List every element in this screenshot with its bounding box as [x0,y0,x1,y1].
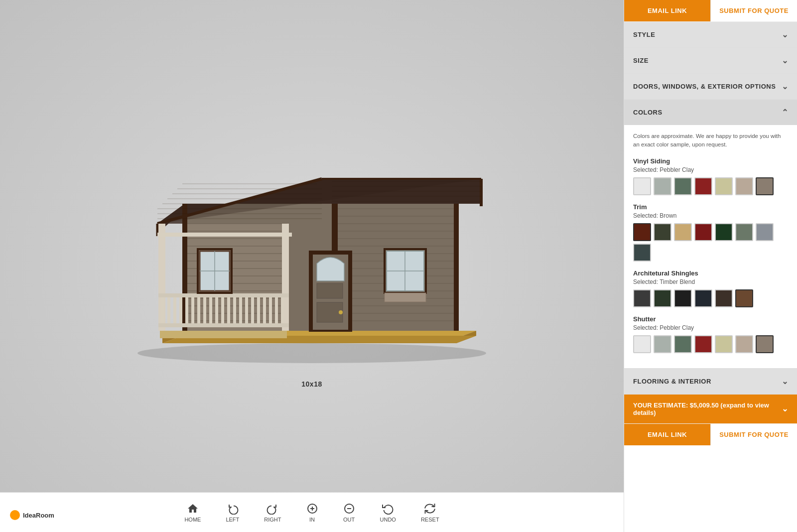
zoom-out-icon [343,503,355,515]
size-section: SIZE ⌄ [624,48,797,74]
colors-chevron: ⌃ [782,108,789,117]
style-chevron: ⌄ [782,30,789,39]
vinyl-swatch-gray[interactable] [654,177,671,195]
trim-swatch-dark-green[interactable] [654,223,671,241]
zoom-out-button[interactable]: OUT [343,503,355,523]
svg-rect-69 [245,297,248,323]
bottom-toolbar: HOME LEFT RIGHT IN OUT UNDO RESE [0,492,624,532]
colors-label: COLORS [633,109,663,116]
svg-rect-71 [257,297,260,323]
shutter-swatch-red[interactable] [694,335,712,353]
shingles-title: Architetural Shingles [633,269,788,277]
style-label: STYLE [633,31,655,38]
shutter-swatch-white[interactable] [633,335,651,353]
colors-header[interactable]: COLORS ⌃ [624,100,797,125]
shutter-swatch-cream[interactable] [715,335,733,353]
trim-swatch-forest[interactable] [715,223,733,241]
doors-section: DOORS, WINDOWS, & EXTERIOR OPTIONS ⌄ [624,74,797,100]
svg-rect-73 [269,297,272,323]
colors-note: Colors are approximate. We are happy to … [633,132,788,149]
undo-label: UNDO [380,517,396,523]
svg-rect-61 [197,297,200,323]
svg-rect-75 [281,297,284,323]
vinyl-siding-title: Vinyl Siding [633,157,788,165]
vinyl-swatch-cream[interactable] [715,177,733,195]
doors-header[interactable]: DOORS, WINDOWS, & EXTERIOR OPTIONS ⌄ [624,74,797,99]
svg-rect-64 [215,297,218,323]
reset-button[interactable]: RESET [421,503,439,523]
vinyl-siding-swatches [633,177,788,195]
shingle-swatch-pewter[interactable] [694,289,712,307]
reset-icon [424,503,436,515]
trim-swatch-brown[interactable] [633,223,651,241]
trim-swatch-tan[interactable] [674,223,692,241]
shutter-swatch-tan[interactable] [735,335,753,353]
shingle-swatch-timber[interactable] [735,289,753,307]
right-panel: EMAIL LINK SUBMIT FOR QUOTE STYLE ⌄ SIZE… [624,0,797,532]
trim-swatch-slate[interactable] [633,244,651,262]
shingle-swatch-driftwood[interactable] [715,289,733,307]
rotate-right-icon [266,503,278,515]
size-header[interactable]: SIZE ⌄ [624,48,797,73]
svg-rect-53 [158,293,289,297]
shingle-swatch-dark-green[interactable] [654,289,671,307]
shutter-swatch-pebbler-clay[interactable] [756,335,774,353]
vinyl-swatch-pebbler-clay[interactable] [756,177,774,195]
email-link-button-top[interactable]: EMAIL LINK [624,0,710,21]
out-label: OUT [343,517,355,523]
left-label: LEFT [226,517,239,523]
svg-rect-72 [263,297,266,323]
svg-rect-60 [191,297,194,323]
home-button[interactable]: HOME [184,503,201,523]
size-chevron: ⌄ [782,56,789,65]
svg-rect-74 [275,297,278,323]
style-header[interactable]: STYLE ⌄ [624,22,797,47]
flooring-chevron: ⌄ [782,377,789,386]
colors-content: Colors are approximate. We are happy to … [624,125,797,368]
doors-label: DOORS, WINDOWS, & EXTERIOR OPTIONS [633,83,776,90]
shutter-title: Shutter [633,315,788,323]
svg-point-0 [137,343,486,363]
vinyl-swatch-sage[interactable] [674,177,692,195]
submit-quote-button-top[interactable]: SUBMIT FOR QUOTE [710,0,797,21]
trim-swatch-dark-red[interactable] [694,223,712,241]
size-label: SIZE [633,57,649,64]
shutter-swatch-sage[interactable] [674,335,692,353]
building-illustration [118,154,506,363]
logo: IdeaRoom [10,510,54,520]
shutter-swatch-gray[interactable] [654,335,671,353]
style-section: STYLE ⌄ [624,22,797,48]
bottom-actions: EMAIL LINK SUBMIT FOR QUOTE [624,423,797,445]
vinyl-swatch-red[interactable] [694,177,712,195]
rotate-right-button[interactable]: RIGHT [264,503,281,523]
home-icon [187,503,199,515]
trim-swatch-sage[interactable] [735,223,753,241]
undo-button[interactable]: UNDO [380,503,396,523]
vinyl-siding-selected: Selected: Pebbler Clay [633,166,788,173]
in-label: IN [309,517,315,523]
svg-rect-44 [454,204,459,331]
shingle-swatch-charcoal[interactable] [633,289,651,307]
zoom-in-button[interactable]: IN [306,503,318,523]
svg-rect-82 [317,283,343,298]
top-actions: EMAIL LINK SUBMIT FOR QUOTE [624,0,797,22]
vinyl-swatch-white[interactable] [633,177,651,195]
email-link-button-bottom[interactable]: EMAIL LINK [624,424,710,445]
main-viewport: 10x18 HOME LEFT RIGHT IN OUT [0,0,624,532]
home-label: HOME [184,517,201,523]
logo-text: IdeaRoom [23,512,54,519]
rotate-left-icon [227,503,239,515]
trim-swatch-gray[interactable] [756,223,774,241]
svg-rect-65 [221,297,224,323]
doors-chevron: ⌄ [782,82,789,91]
svg-rect-90 [385,293,426,302]
estimate-bar[interactable]: YOUR ESTIMATE: $5,009.50 (expand to view… [624,395,797,423]
flooring-header[interactable]: FLOORING & INTERIOR ⌄ [624,369,797,394]
shutter-swatches [633,335,788,353]
submit-quote-button-bottom[interactable]: SUBMIT FOR QUOTE [710,424,797,445]
vinyl-swatch-tan[interactable] [735,177,753,195]
shingle-swatch-black[interactable] [674,289,692,307]
estimate-chevron-icon: ⌄ [782,404,788,413]
rotate-left-button[interactable]: LEFT [226,503,239,523]
svg-rect-62 [203,297,206,323]
